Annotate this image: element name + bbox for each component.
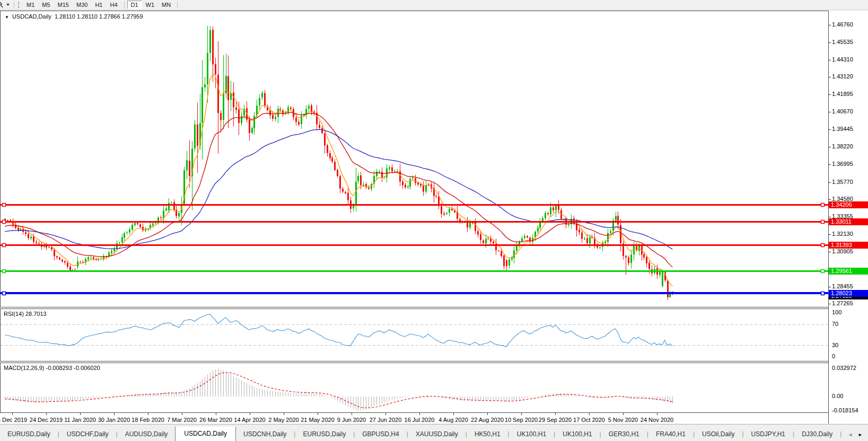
toolbar-separator xyxy=(14,2,14,8)
price-tick-mark xyxy=(828,112,831,112)
collapse-triangle-icon[interactable]: ▼ xyxy=(5,15,9,20)
tab-scroll-left-icon[interactable]: ◄ xyxy=(848,433,853,437)
rsi-tick-label: 30 xyxy=(832,342,838,348)
date-tick-label: 27 Jun 2020 xyxy=(367,417,404,423)
date-tick-mark xyxy=(46,413,47,415)
date-tick-label: 24 Nov 2020 xyxy=(638,417,676,423)
chart-tab-usdcnh-daily[interactable]: USDCNH,Daily xyxy=(236,428,294,441)
macd-indicator-label: MACD(12,26,9) -0.008293 -0.006020 xyxy=(4,365,100,371)
date-tick-mark xyxy=(555,413,556,415)
price-tick-label: 1.38220 xyxy=(832,143,853,149)
macd-tick-label: -0.018154 xyxy=(832,407,858,413)
toolbar-separator xyxy=(124,2,125,8)
date-tick-label: 22 Aug 2020 xyxy=(469,417,506,423)
line-price-tag: 1.28023 xyxy=(829,290,868,297)
chart-tab-fra40-h1[interactable]: FRA40,H1 xyxy=(648,428,693,441)
date-tick-mark xyxy=(521,413,522,415)
price-tick-mark xyxy=(828,77,831,77)
chart-tab-hk50-h1[interactable]: HK50,H1 xyxy=(467,428,508,441)
date-axis: 5 Dec 201924 Dec 201911 Jan 202030 Jan 2… xyxy=(0,413,828,424)
chart-tab-xauusd-daily[interactable]: XAUUSD,Daily xyxy=(408,428,466,441)
price-tick-label: 1.46760 xyxy=(832,21,853,28)
chart-tab-uk100-h1[interactable]: UK100,H1 xyxy=(555,428,599,441)
price-tick-mark xyxy=(828,304,831,304)
price-tick-label: 1.35770 xyxy=(832,179,853,185)
line-price-tag: 1.33011 xyxy=(829,218,868,225)
date-tick-mark xyxy=(623,413,624,415)
price-tick-mark xyxy=(828,287,831,287)
chart-tab-ger30-h1[interactable]: GER30,H1 xyxy=(601,428,647,441)
rsi-tick-label: 70 xyxy=(832,321,838,327)
timeframe-button-h4[interactable]: H4 xyxy=(106,1,121,9)
date-tick-mark xyxy=(352,413,352,415)
date-tick-label: 29 Sep 2020 xyxy=(537,417,574,423)
price-tick-label: 1.28455 xyxy=(832,283,853,289)
rsi-tick-label: 100 xyxy=(832,309,841,315)
chart-tab-usoil-daily[interactable]: USOil,Daily xyxy=(695,428,742,441)
macd-panel: MACD(12,26,9) -0.008293 -0.006020 xyxy=(0,363,829,413)
timeframe-button-h1[interactable]: H1 xyxy=(91,1,106,9)
date-tick-label: 10 Sep 2020 xyxy=(503,417,540,423)
price-tick-label: 1.39445 xyxy=(832,126,853,132)
timeframe-button-m5[interactable]: M5 xyxy=(38,1,54,9)
chart-tab-audusd-daily[interactable]: AUDUSD,Daily xyxy=(118,428,176,441)
toolbar-grip-icon[interactable] xyxy=(18,2,21,8)
price-tick-label: 1.43120 xyxy=(832,73,853,80)
price-chart-panel: ▼USDCAD,Daily 1.28110 1.28110 1.27866 1.… xyxy=(0,11,829,307)
timeframe-button-m30[interactable]: M30 xyxy=(73,1,91,9)
price-tick-label: 1.30905 xyxy=(832,248,853,254)
chart-window: ▼USDCAD,Daily 1.28110 1.28110 1.27866 1.… xyxy=(0,11,868,424)
timeframe-button-w1[interactable]: W1 xyxy=(142,1,159,9)
macd-tick-label: 0.032972 xyxy=(832,365,856,371)
date-tick-mark xyxy=(250,413,250,415)
price-tick-mark xyxy=(828,234,831,235)
chart-tool-icon[interactable] xyxy=(0,2,5,8)
chart-tab-gbpusd-h4[interactable]: GBPUSD,H4 xyxy=(355,428,406,441)
chart-tab-usdcad-daily[interactable]: USDCAD,Daily xyxy=(175,427,236,441)
price-tick-label: 1.40670 xyxy=(832,108,853,114)
date-tick-label: 5 Dec 2019 xyxy=(0,417,31,423)
timeframe-button-d1[interactable]: D1 xyxy=(127,1,142,9)
chart-tab-usdchf-daily[interactable]: USDCHF,Daily xyxy=(59,428,116,441)
price-tick-mark xyxy=(828,164,831,165)
date-tick-label: 17 Oct 2020 xyxy=(571,417,608,423)
rsi-panel: RSI(14) 28.7013 xyxy=(0,308,829,361)
ohlc-values: 1.28110 1.28110 1.27866 1.27959 xyxy=(55,13,143,20)
date-tick-mark xyxy=(419,413,420,415)
rsi-indicator-label: RSI(14) 28.7013 xyxy=(4,311,47,317)
price-tick-mark xyxy=(828,147,831,147)
price-chart-canvas[interactable] xyxy=(1,11,828,307)
rsi-canvas[interactable] xyxy=(1,309,828,361)
price-tick-mark xyxy=(828,94,831,95)
chart-tab-usdjpy-h1[interactable]: USDJPY,H1 xyxy=(744,428,793,441)
date-tick-mark xyxy=(114,413,115,415)
candlestick-tool-icon xyxy=(0,2,5,8)
symbol-period-label: USDCAD,Daily xyxy=(12,13,51,20)
mt4-terminal: M1M5M15M30H1H4D1W1MN ▼USDCAD,Daily 1.281… xyxy=(0,0,868,441)
date-tick-label: 4 Aug 2020 xyxy=(435,417,472,423)
chart-tab-eurusd-daily[interactable]: EURUSD,Daily xyxy=(295,428,353,441)
price-tick-label: 1.34580 xyxy=(832,196,853,202)
chart-tab-bar: EURUSD,Daily|USDCHF,Daily|AUDUSD,DailyUS… xyxy=(0,424,868,441)
chart-tab-uk100-h1[interactable]: UK100,H1 xyxy=(510,428,554,441)
timeframe-button-mn[interactable]: MN xyxy=(158,1,174,9)
timeframe-buttons: M1M5M15M30H1H4D1W1MN xyxy=(23,1,180,9)
price-tick-label: 1.45535 xyxy=(832,39,853,45)
timeframe-button-m15[interactable]: M15 xyxy=(54,1,73,9)
date-tick-label: 24 Dec 2019 xyxy=(28,417,65,423)
chart-tab-china300-h1[interactable]: CHINA300,H1 xyxy=(841,428,846,441)
price-tick-mark xyxy=(828,25,831,25)
price-tick-label: 1.27265 xyxy=(832,300,853,306)
macd-canvas[interactable] xyxy=(1,363,828,412)
caret-down-icon[interactable] xyxy=(6,4,10,6)
date-tick-mark xyxy=(657,413,657,415)
timeframe-button-m1[interactable]: M1 xyxy=(23,1,38,9)
chart-tab-dj30-daily[interactable]: DJ30,Daily xyxy=(794,428,840,441)
chart-tab-eurusd-daily[interactable]: EURUSD,Daily xyxy=(0,428,58,441)
chart-tabs: EURUSD,Daily|USDCHF,Daily|AUDUSD,DailyUS… xyxy=(0,427,846,441)
tab-scroll-arrows: ◄ ► xyxy=(846,433,868,441)
date-tick-label: 14 Apr 2020 xyxy=(231,417,268,423)
date-tick-label: 18 Feb 2020 xyxy=(129,417,166,423)
price-tick-label: 1.32130 xyxy=(832,231,853,237)
tab-scroll-right-icon[interactable]: ► xyxy=(858,433,863,437)
